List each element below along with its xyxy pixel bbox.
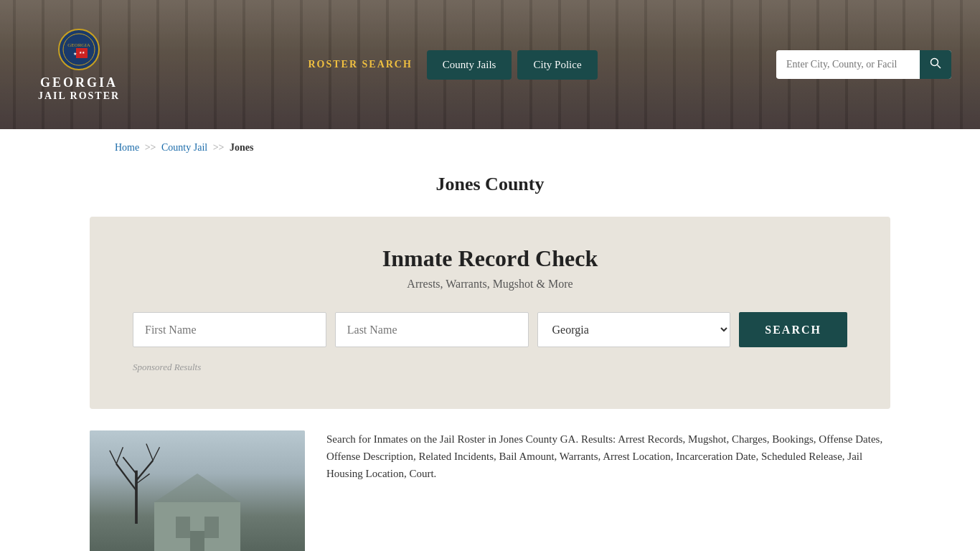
breadcrumb-sep-2: >> <box>213 142 225 153</box>
roster-search-link[interactable]: ROSTER SEARCH <box>308 59 412 70</box>
breadcrumb: Home >> County Jail >> Jones <box>0 129 980 166</box>
breadcrumb-county-jail[interactable]: County Jail <box>161 142 207 153</box>
record-check-section: Inmate Record Check Arrests, Warrants, M… <box>90 217 890 409</box>
bottom-section: Search for Inmates on the Jail Roster in… <box>0 409 980 551</box>
svg-line-8 <box>938 65 941 69</box>
header-search-button[interactable] <box>920 50 951 79</box>
inmate-search-button[interactable]: SEARCH <box>739 312 847 347</box>
svg-line-15 <box>146 444 153 461</box>
record-check-subtitle: Arrests, Warrants, Mugshot & More <box>133 278 847 291</box>
svg-line-11 <box>110 451 116 464</box>
breadcrumb-sep-1: >> <box>145 142 156 153</box>
inmate-search-form: AlabamaAlaskaArizonaArkansasCaliforniaCo… <box>133 312 847 347</box>
search-icon <box>930 57 941 69</box>
svg-rect-21 <box>204 517 219 538</box>
last-name-input[interactable] <box>335 312 529 347</box>
header-nav: ROSTER SEARCH County Jails City Police <box>158 50 748 80</box>
header-search <box>776 50 951 79</box>
sponsored-results-label: Sponsored Results <box>133 362 847 373</box>
svg-line-16 <box>123 457 136 474</box>
city-police-button[interactable]: City Police <box>517 50 597 80</box>
logo-title-sub: JAIL ROSTER <box>38 90 120 102</box>
svg-line-14 <box>153 447 159 461</box>
county-jails-button[interactable]: County Jails <box>427 50 512 80</box>
page-title: Jones County <box>0 166 980 217</box>
svg-text:★★: ★★ <box>79 51 85 55</box>
header-search-input[interactable] <box>776 52 920 77</box>
bottom-description: Search for Inmates on the Jail Roster in… <box>326 430 890 482</box>
svg-text:★: ★ <box>73 52 77 56</box>
state-select[interactable]: AlabamaAlaskaArizonaArkansasCaliforniaCo… <box>537 312 731 347</box>
first-name-input[interactable] <box>133 312 326 347</box>
svg-rect-22 <box>190 531 204 551</box>
logo-title-georgia: GEORGIA <box>40 75 118 90</box>
tree-silhouette-icon <box>104 430 169 524</box>
breadcrumb-home[interactable]: Home <box>115 142 139 153</box>
svg-text:GEORGIA: GEORGIA <box>67 42 90 48</box>
site-header: GEORGIA ★ ★★ GEORGIA JAIL ROSTER ROSTER … <box>0 0 980 129</box>
georgia-seal-icon: GEORGIA ★ ★★ <box>57 28 100 71</box>
nav-buttons: County Jails City Police <box>427 50 598 80</box>
svg-line-10 <box>116 463 136 490</box>
breadcrumb-current: Jones <box>230 142 253 153</box>
record-check-title: Inmate Record Check <box>133 245 847 272</box>
svg-rect-20 <box>176 517 190 538</box>
county-image <box>90 430 305 551</box>
site-logo: GEORGIA ★ ★★ GEORGIA JAIL ROSTER <box>29 28 129 102</box>
svg-line-12 <box>116 447 123 463</box>
svg-point-7 <box>931 59 938 66</box>
